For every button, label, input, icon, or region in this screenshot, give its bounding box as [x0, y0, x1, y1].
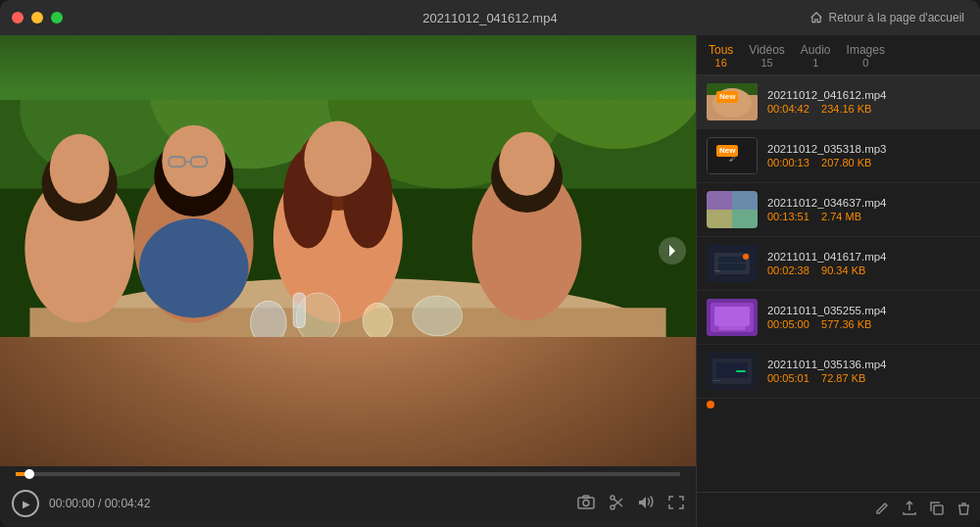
file-item-1[interactable]: New ♪ 20211012_035318.mp3 00:00:13 207.8…	[697, 129, 980, 183]
file-thumb-3	[707, 245, 758, 282]
video-area[interactable]	[0, 35, 696, 466]
total-time: 00:04:42	[105, 497, 151, 510]
window-title: 20211012_041612.mp4	[422, 11, 557, 25]
file-name-5: 20211011_035136.mp4	[767, 359, 970, 370]
svg-point-13	[162, 125, 225, 197]
svg-point-35	[611, 496, 614, 500]
file-info-1: 20211012_035318.mp3 00:00:13 207.80 KB	[767, 143, 970, 168]
file-duration-1: 00:00:13	[767, 157, 809, 168]
time-separator: /	[98, 497, 105, 510]
tab-tous-count: 16	[715, 57, 727, 69]
close-button[interactable]	[12, 12, 24, 24]
file-duration-3: 00:02:38	[767, 264, 809, 276]
new-badge-1: New	[716, 145, 738, 157]
play-button[interactable]: ▶	[12, 490, 39, 517]
file-item-0[interactable]: New 20211012_041612.mp4 00:04:42	[697, 75, 980, 129]
file-meta-0: 00:04:42 234.16 KB	[767, 103, 970, 115]
svg-rect-55	[714, 307, 750, 326]
file-meta-1: 00:00:13 207.80 KB	[767, 157, 970, 168]
svg-rect-62	[934, 505, 943, 514]
file-size-5: 72.87 KB	[821, 372, 865, 384]
file-size-0: 234.16 KB	[821, 103, 871, 115]
home-button[interactable]: Retour à la page d'accueil	[809, 11, 964, 24]
tab-audio-count: 1	[812, 57, 818, 69]
scene-people	[0, 100, 696, 337]
cut-button[interactable]	[609, 495, 624, 513]
svg-point-34	[611, 505, 614, 509]
right-panel: Tous 16 Vidéos 15 Audio 1 Images 0 New	[696, 35, 980, 527]
maximize-button[interactable]	[51, 12, 63, 24]
tab-tous-label: Tous	[709, 43, 733, 57]
file-name-3: 20211011_041617.mp4	[767, 251, 970, 263]
current-time: 00:00:00	[49, 497, 95, 510]
file-info-3: 20211011_041617.mp4 00:02:38 90.34 KB	[767, 251, 970, 276]
video-panel: ▶ 00:00:00 / 00:04:42	[0, 35, 696, 527]
svg-point-32	[583, 501, 589, 506]
edit-button[interactable]	[875, 502, 889, 518]
tab-images-count: 0	[862, 57, 868, 69]
tab-audio-label: Audio	[801, 43, 831, 57]
file-item-3[interactable]: 20211011_041617.mp4 00:02:38 90.34 KB	[697, 237, 980, 291]
main-content: ▶ 00:00:00 / 00:04:42	[0, 35, 980, 527]
tab-videos-label: Vidéos	[749, 43, 784, 57]
file-item-4[interactable]: 20211011_035255.mp4 00:05:00 577.36 KB	[697, 291, 980, 345]
svg-rect-60	[712, 380, 720, 381]
tab-audio[interactable]: Audio 1	[801, 43, 831, 69]
export-button[interactable]	[903, 501, 916, 519]
file-duration-0: 00:04:42	[767, 103, 809, 115]
svg-point-29	[413, 296, 463, 336]
play-icon: ▶	[23, 499, 30, 509]
control-icons	[577, 495, 684, 513]
svg-rect-52	[714, 270, 720, 271]
tab-images[interactable]: Images 0	[847, 43, 885, 69]
right-toolbar	[697, 492, 980, 527]
file-info-5: 20211011_035136.mp4 00:05:01 72.87 KB	[767, 359, 970, 384]
video-display	[0, 35, 696, 466]
next-arrow[interactable]	[659, 237, 686, 264]
file-duration-2: 00:13:51	[767, 211, 809, 222]
file-thumb-2	[707, 191, 758, 228]
svg-rect-51	[718, 263, 746, 264]
new-badge-0: New	[716, 91, 738, 103]
home-label: Retour à la page d'accueil	[829, 11, 964, 24]
svg-rect-31	[578, 498, 594, 508]
file-info-0: 20211012_041612.mp4 00:04:42 234.16 KB	[767, 89, 970, 115]
tab-videos-count: 15	[760, 57, 772, 69]
file-item-2[interactable]: 20211012_034637.mp4 00:13:51 2.74 MB	[697, 183, 980, 237]
svg-rect-45	[707, 210, 732, 228]
video-scene	[0, 35, 696, 466]
file-name-4: 20211011_035255.mp4	[767, 305, 970, 316]
svg-rect-30	[293, 293, 305, 328]
file-name-0: 20211012_041612.mp4	[767, 89, 970, 101]
file-list[interactable]: New 20211012_041612.mp4 00:04:42	[697, 75, 980, 492]
tab-tous[interactable]: Tous 16	[709, 43, 733, 69]
file-duration-5: 00:05:01	[767, 372, 809, 384]
controls-bar: ▶ 00:00:00 / 00:04:42	[0, 480, 696, 527]
svg-point-10	[50, 134, 110, 204]
tabs-bar: Tous 16 Vidéos 15 Audio 1 Images 0	[697, 35, 980, 75]
svg-point-17	[139, 218, 249, 317]
tab-images-label: Images	[847, 43, 885, 57]
tab-videos[interactable]: Vidéos 15	[749, 43, 784, 69]
file-duration-4: 00:05:00	[767, 318, 809, 330]
svg-rect-44	[732, 191, 758, 210]
progress-section	[0, 466, 696, 480]
delete-button[interactable]	[957, 502, 970, 519]
screenshot-button[interactable]	[577, 495, 595, 512]
fullscreen-button[interactable]	[668, 496, 684, 512]
window-controls	[12, 12, 63, 24]
file-name-1: 20211012_035318.mp3	[767, 143, 970, 155]
svg-rect-43	[707, 191, 732, 210]
file-thumb-5	[707, 353, 758, 390]
copy-button[interactable]	[930, 502, 944, 518]
file-size-1: 207.80 KB	[821, 157, 871, 168]
file-meta-2: 00:13:51 2.74 MB	[767, 211, 970, 222]
minimize-button[interactable]	[31, 12, 43, 24]
svg-rect-61	[736, 370, 746, 372]
svg-point-50	[743, 254, 749, 260]
volume-button[interactable]	[638, 496, 655, 512]
progress-bar[interactable]	[16, 472, 680, 476]
file-item-5[interactable]: 20211011_035136.mp4 00:05:01 72.87 KB	[697, 345, 980, 399]
progress-indicator	[24, 469, 34, 479]
file-meta-4: 00:05:00 577.36 KB	[767, 318, 970, 330]
